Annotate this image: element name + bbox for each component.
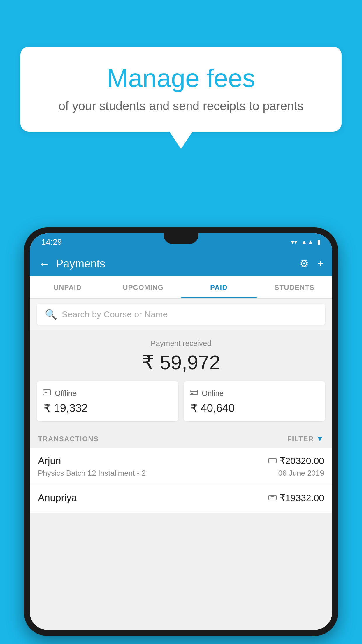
transaction-row-top: Anupriya ₹19332.00 <box>38 492 324 503</box>
svg-rect-6 <box>269 458 276 463</box>
tab-students[interactable]: STUDENTS <box>257 276 333 298</box>
settings-button[interactable]: ⚙ <box>299 258 309 270</box>
battery-icon: ▮ <box>317 238 321 246</box>
table-row[interactable]: Arjun ₹20320.00 Physics Batch 12 Install… <box>30 448 332 485</box>
app-bar: ← Payments ⚙ + <box>30 251 332 276</box>
transactions-header: TRANSACTIONS FILTER ▼ <box>30 428 332 448</box>
manage-fees-subtitle: of your students and send receipts to pa… <box>44 98 318 114</box>
add-button[interactable]: + <box>317 258 324 270</box>
signal-icon: ▲▲ <box>301 238 314 246</box>
transaction-name: Anupriya <box>38 492 77 503</box>
status-time: 14:29 <box>41 237 62 247</box>
wifi-icon: ▾▾ <box>291 238 297 246</box>
svg-rect-3 <box>190 390 198 395</box>
phone-notch <box>164 233 198 244</box>
online-label: Online <box>202 389 224 398</box>
payment-cards: Offline ₹ 19,332 Online <box>37 381 325 421</box>
app-bar-actions: ⚙ + <box>299 258 324 270</box>
offline-card: Offline ₹ 19,332 <box>37 381 178 421</box>
speech-bubble: Manage fees of your students and send re… <box>20 47 342 132</box>
transaction-amount-wrap: ₹19332.00 <box>268 492 324 503</box>
online-icon <box>189 388 198 399</box>
offline-amount: ₹ 19,332 <box>43 402 88 414</box>
svg-rect-5 <box>191 393 193 394</box>
transaction-row-top: Arjun ₹20320.00 <box>38 455 324 466</box>
speech-bubble-container: Manage fees of your students and send re… <box>20 47 342 149</box>
status-icons: ▾▾ ▲▲ ▮ <box>291 238 321 246</box>
manage-fees-title: Manage fees <box>44 64 318 92</box>
offline-card-header: Offline <box>43 388 77 399</box>
filter-icon: ▼ <box>316 434 324 443</box>
tab-upcoming[interactable]: UPCOMING <box>106 276 181 298</box>
payment-amount: ₹ 59,972 <box>37 351 325 374</box>
online-amount: ₹ 40,640 <box>189 402 235 414</box>
transaction-amount: ₹20320.00 <box>280 455 324 466</box>
back-button[interactable]: ← <box>38 257 50 270</box>
transaction-name: Arjun <box>38 455 61 466</box>
transaction-detail: Physics Batch 12 Installment - 2 <box>38 469 146 478</box>
search-input[interactable]: Search by Course or Name <box>62 309 168 319</box>
phone-screen: 14:29 ▾▾ ▲▲ ▮ ← Payments ⚙ + UNPAID UPCO… <box>30 233 332 630</box>
offline-payment-icon <box>268 493 277 503</box>
tab-paid[interactable]: PAID <box>181 276 257 298</box>
search-box[interactable]: 🔍 Search by Course or Name <box>37 304 325 325</box>
transaction-list: Arjun ₹20320.00 Physics Batch 12 Install… <box>30 448 332 513</box>
transactions-label: TRANSACTIONS <box>38 435 99 443</box>
payment-summary: Payment received ₹ 59,972 Offline <box>30 330 332 428</box>
transaction-amount-wrap: ₹20320.00 <box>268 455 324 466</box>
search-container: 🔍 Search by Course or Name <box>30 299 332 330</box>
offline-label: Offline <box>55 389 77 398</box>
table-row[interactable]: Anupriya ₹19332.00 <box>30 485 332 513</box>
app-bar-title: Payments <box>56 258 294 270</box>
online-card: Online ₹ 40,640 <box>184 381 325 421</box>
transaction-amount: ₹19332.00 <box>280 492 324 503</box>
phone-frame: 14:29 ▾▾ ▲▲ ▮ ← Payments ⚙ + UNPAID UPCO… <box>24 228 338 636</box>
transaction-row-bottom: Physics Batch 12 Installment - 2 06 June… <box>38 469 324 478</box>
online-card-header: Online <box>189 388 224 399</box>
offline-icon <box>43 388 51 399</box>
search-icon: 🔍 <box>45 309 57 320</box>
transaction-date: 06 June 2019 <box>278 469 324 478</box>
tabs-bar: UNPAID UPCOMING PAID STUDENTS <box>30 276 332 299</box>
online-payment-icon <box>268 456 277 466</box>
filter-button[interactable]: FILTER ▼ <box>287 434 324 443</box>
tab-unpaid[interactable]: UNPAID <box>30 276 106 298</box>
speech-bubble-tail <box>169 132 193 149</box>
payment-received-label: Payment received <box>37 339 325 348</box>
